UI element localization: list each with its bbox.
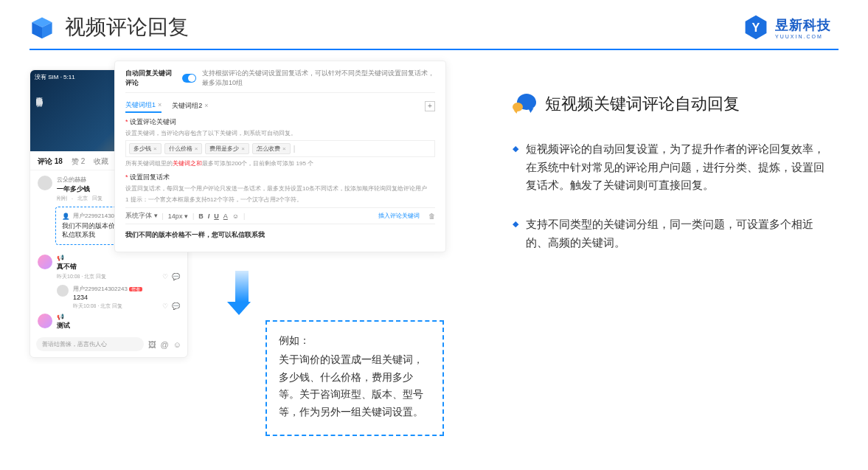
avatar — [38, 314, 52, 328]
slide-header: 视频评论回复 Y 昱新科技 YUUXIN.COM — [0, 0, 868, 44]
settings-header-row: 自动回复关键词评论 支持根据评论的关键词设置回复话术，可以针对不同类型关键词设置… — [125, 69, 435, 93]
keyword-tag[interactable]: 什么价格× — [164, 143, 203, 154]
comment-text: 测试 — [57, 321, 180, 331]
video-caption: 鸟鸣山更幽 隔窗听雨 — [35, 92, 44, 94]
header-left: 视频评论回复 — [29, 13, 189, 41]
author-badge: 作者 — [129, 287, 142, 291]
comment-text: 1234 — [73, 294, 180, 301]
keywords-field-help: 设置关键词，当评论内容包含了以下关键词，则系统可自动回复。 — [125, 129, 435, 137]
heart-icon[interactable]: ♡ — [162, 273, 168, 280]
keyword-group-tabs: 关键词组1× 关键词组2× + — [125, 99, 435, 113]
color-icon[interactable]: A — [223, 212, 228, 220]
at-icon[interactable]: @ — [161, 340, 169, 349]
tab-likes[interactable]: 赞 2 — [72, 156, 85, 167]
reply-field-label: 设置回复话术 — [125, 173, 435, 182]
bullet-item: 短视频评论的自动回复设置，为了提升作者的评论回复效率，在系统中针对常见的评论用户… — [513, 140, 831, 195]
avatar — [38, 255, 52, 269]
logo-hex-icon: Y — [743, 14, 769, 41]
char-limit-hint: 1 提示：一个富文本框最多支持512个字符，一个汉字占用2个字符。 — [125, 196, 435, 204]
brand-logo: Y 昱新科技 YUUXIN.COM — [743, 14, 831, 41]
comment-icon[interactable]: 💬 — [172, 273, 180, 280]
bullet-item: 支持不同类型的关键词分组，同一类问题，可设置多个相近的、高频的关键词。 — [513, 215, 831, 252]
feature-bullets: 短视频评论的自动回复设置，为了提升作者的评论回复效率，在系统中针对常见的评论用户… — [513, 140, 831, 252]
delete-icon[interactable]: 🗑 — [428, 212, 435, 220]
heart-icon[interactable]: ♡ — [162, 303, 168, 310]
keywords-field-label: 设置评论关键词 — [125, 117, 435, 127]
person-icon: 👤 — [62, 212, 70, 220]
svg-text:Y: Y — [752, 21, 760, 34]
keyword-tag-input[interactable]: 多少钱× 什么价格× 费用是多少× 怎么收费× | — [125, 140, 435, 157]
keyword-settings-panel: 自动回复关键词评论 支持根据评论的关键词设置回复话术，可以针对不同类型关键词设置… — [114, 61, 446, 252]
reply-link[interactable]: 回复 — [92, 195, 103, 202]
add-group-button[interactable]: + — [425, 101, 435, 111]
comment-meta: 昨天10:08 · 北京 回复 — [57, 273, 106, 280]
emoji-icon[interactable]: ☺ — [173, 340, 181, 349]
auto-reply-label: 自动回复关键词评论 — [125, 69, 176, 88]
example-callout: 例如： 关于询价的设置成一组关键词，多少钱、什么价格，费用多少等。关于咨询班型、… — [265, 320, 444, 436]
italic-icon[interactable]: I — [208, 212, 210, 220]
page-title: 视频评论回复 — [65, 13, 189, 41]
comment-input[interactable]: 善语结善缘，恶言伤人心 — [36, 337, 144, 351]
auto-reply-desc: 支持根据评论的关键词设置回复话术，可以针对不同类型关键词设置回复话术，最多添加1… — [202, 69, 435, 88]
logo-main: 昱新科技 — [775, 16, 831, 34]
avatar — [38, 176, 52, 190]
arrow-down-icon — [232, 271, 251, 315]
comment-item: 📢 真不错 昨天10:08 · 北京 回复 ♡ 💬 用户229921430224… — [30, 249, 187, 311]
cube-icon — [29, 15, 55, 40]
avatar — [57, 285, 69, 297]
tab-keyword-group-2[interactable]: 关键词组2× — [172, 100, 208, 112]
comment-item: 📢 测试 — [30, 311, 187, 333]
commenter-name: 📢 — [57, 314, 180, 320]
reply-field-help: 设置回复话术，每回复一个用户评论只发送一条话术，最多支持设置10条不同话术，按添… — [125, 184, 435, 193]
font-size-select[interactable]: 14px ▾ — [168, 212, 188, 220]
close-icon[interactable]: × — [204, 102, 208, 109]
example-body: 关于询价的设置成一组关键词，多少钱、什么价格，费用多少等。关于咨询班型、版本、型… — [279, 351, 431, 421]
logo-sub: YUUXIN.COM — [775, 34, 823, 39]
status-bar-text: 没有 SIM · 5:11 — [35, 73, 75, 81]
right-column: 短视频关键词评论自动回复 短视频评论的自动回复设置，为了提升作者的评论回复效率，… — [468, 61, 839, 272]
font-select[interactable]: 系统字体 ▾ — [125, 211, 158, 221]
feature-title: 短视频关键词评论自动回复 — [545, 93, 740, 115]
chat-bubbles-icon — [513, 94, 538, 114]
comment-input-bar: 善语结善缘，恶言伤人心 🖼 @ ☺ — [36, 337, 181, 351]
close-icon[interactable]: × — [158, 101, 162, 108]
logo-text: 昱新科技 YUUXIN.COM — [775, 16, 831, 39]
reply-user: 用户2299214302243 — [73, 286, 128, 292]
emoji-icon[interactable]: ☺ — [232, 212, 239, 220]
left-column: 自动回复关键词评论 支持根据评论的关键词设置回复话术，可以针对不同类型关键词设置… — [29, 61, 446, 272]
keyword-tag[interactable]: 怎么收费× — [252, 143, 291, 154]
tab-favorites[interactable]: 收藏 — [94, 156, 108, 167]
comment-meta: 昨天10:08 · 北京 回复 — [73, 303, 122, 310]
commenter-name: 📢 — [57, 255, 180, 261]
image-icon[interactable]: 🖼 — [148, 340, 156, 349]
example-heading: 例如： — [279, 332, 431, 350]
comment-icon[interactable]: 💬 — [172, 303, 180, 310]
insert-keyword-button[interactable]: 插入评论关键词 — [378, 212, 420, 220]
header-divider — [29, 49, 839, 50]
rich-text-toolbar: 系统字体 ▾ | 14px ▾ | B I U A ☺ | 插入评论关键词 🗑 — [125, 207, 435, 224]
auto-reply-toggle[interactable] — [182, 74, 196, 83]
underline-icon[interactable]: U — [214, 212, 219, 220]
feature-header: 短视频关键词评论自动回复 — [513, 93, 831, 115]
comment-text: 真不错 — [57, 262, 180, 272]
keyword-tag[interactable]: 费用是多少× — [205, 143, 249, 154]
bold-icon[interactable]: B — [198, 212, 204, 220]
keyword-count-hint: 所有关键词组里的关键词之和最多可添加200个，目前剩余可添加 195 个 — [125, 159, 435, 167]
tab-comments[interactable]: 评论 18 — [38, 156, 63, 167]
keyword-tag[interactable]: 多少钱× — [129, 143, 162, 154]
tab-keyword-group-1[interactable]: 关键词组1× — [125, 99, 162, 113]
reply-text-sample[interactable]: 我们不同的版本价格不一样，您可以私信联系我 — [125, 228, 435, 243]
